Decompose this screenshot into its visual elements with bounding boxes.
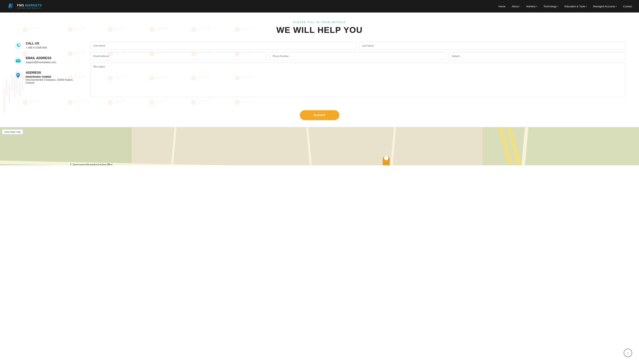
nav-link-technology[interactable]: Technology ▾	[544, 5, 558, 8]
pin-icon	[14, 71, 22, 79]
nav-item-technology[interactable]: Technology ▾	[544, 5, 558, 8]
info-panel: CALL US + 358 9 31587448 EMAIL ADDRESS s…	[14, 42, 80, 90]
messages-textarea[interactable]	[90, 62, 625, 97]
contact-email: EMAIL ADDRESS support@fmsmarkets.com	[14, 56, 80, 65]
form-row-contact	[90, 52, 625, 60]
nav-item-education[interactable]: Education & Tools ▾	[564, 5, 587, 8]
nav-link-education[interactable]: Education & Tools ▾	[564, 5, 587, 8]
email-value: support@fmsmarkets.com	[26, 61, 56, 64]
address-building: PANORAMA TOWER	[26, 75, 80, 78]
chevron-down-icon: ▾	[616, 6, 617, 7]
svg-point-36	[384, 156, 388, 160]
submit-area: Submit	[0, 107, 639, 127]
phone-icon	[14, 42, 22, 50]
logo-markets: MARKETS	[25, 4, 42, 7]
view-larger-map-link[interactable]: View larger map	[2, 129, 23, 134]
map-roads: Linnatullinkatu Linnanrakentajainsilta B…	[0, 127, 639, 165]
email-info: EMAIL ADDRESS support@fmsmarkets.com	[26, 56, 56, 64]
logo-fms: FMS	[17, 4, 24, 7]
contact-address: ADDRESS PANORAMA TOWER Hevosenkenkä 3 ka…	[14, 71, 80, 84]
first-name-input[interactable]	[90, 42, 356, 50]
contact-call: CALL US + 358 9 31587448	[14, 42, 80, 50]
address-label: ADDRESS	[26, 71, 80, 74]
phone-input[interactable]	[270, 52, 446, 60]
nav-link-markets[interactable]: Markets ▾	[526, 5, 537, 8]
logo[interactable]: FMS MARKETS FORGING NEW MARKETS	[7, 2, 42, 10]
email-icon-wrap	[14, 56, 22, 65]
nav-link-home[interactable]: Home	[498, 5, 505, 8]
form-row-name	[90, 42, 625, 50]
address-value: Hevosenkenkä 3 katutaso, 02600 Espoo, Fi…	[26, 78, 80, 84]
nav-links-list: Home About ▾ Markets ▾ Technology ▾ Educ…	[498, 5, 632, 8]
logo-text: FMS MARKETS FORGING NEW MARKETS	[17, 4, 42, 9]
logo-subtitle: FORGING NEW MARKETS	[17, 7, 42, 9]
map-background: Linnatullinkatu Linnanrakentajainsilta B…	[0, 127, 639, 165]
navigation: FMS MARKETS FORGING NEW MARKETS Home Abo…	[0, 0, 639, 12]
chevron-down-icon: ▾	[519, 6, 520, 7]
nav-item-home[interactable]: Home	[498, 5, 505, 8]
main-content: ©WikiFX©WikiFX©WikiFX©WikiFX©WikiFX©Wiki…	[0, 12, 639, 127]
form-row-message	[90, 62, 625, 97]
content-area: CALL US + 358 9 31587448 EMAIL ADDRESS s…	[0, 38, 639, 107]
nav-item-markets[interactable]: Markets ▾	[526, 5, 537, 8]
call-value: + 358 9 31587448	[26, 46, 47, 49]
email-label: EMAIL ADDRESS	[26, 56, 56, 60]
chevron-down-icon: ▾	[586, 6, 587, 7]
nav-link-managed[interactable]: Managed Accounts ▾	[593, 5, 617, 8]
contact-form	[90, 42, 625, 100]
page-header: PLEASE FILL IN YOUR DETAILS WE WILL HELP…	[0, 12, 639, 38]
page-title: WE WILL HELP YOU	[0, 25, 639, 35]
logo-icon	[7, 2, 15, 10]
logo-title: FMS MARKETS	[17, 4, 42, 7]
page-subtitle: PLEASE FILL IN YOUR DETAILS	[0, 21, 639, 24]
email-input[interactable]	[90, 52, 267, 60]
submit-button[interactable]: Submit	[300, 110, 339, 120]
address-info: ADDRESS PANORAMA TOWER Hevosenkenkä 3 ka…	[26, 71, 80, 84]
nav-item-managed[interactable]: Managed Accounts ▾	[593, 5, 617, 8]
svg-marker-2	[8, 5, 10, 8]
phone-icon-wrap	[14, 42, 22, 50]
map-area: Linnatullinkatu Linnanrakentajainsilta B…	[0, 127, 639, 165]
nav-item-contact[interactable]: Contact	[623, 5, 632, 8]
svg-point-18	[18, 74, 19, 76]
call-info: CALL US + 358 9 31587448	[26, 42, 47, 49]
svg-marker-1	[11, 3, 12, 9]
chevron-down-icon: ▾	[557, 6, 558, 7]
email-icon	[14, 57, 22, 64]
pin-icon-wrap	[14, 71, 22, 79]
call-label: CALL US	[26, 42, 47, 45]
nav-link-about[interactable]: About ▾	[512, 5, 520, 8]
nav-item-about[interactable]: About ▾	[512, 5, 520, 8]
last-name-input[interactable]	[359, 42, 625, 50]
svg-text:Linnanrakentajainsilta: Linnanrakentajainsilta	[70, 163, 113, 165]
chevron-down-icon: ▾	[536, 6, 537, 7]
subject-input[interactable]	[449, 52, 625, 60]
nav-link-contact[interactable]: Contact	[623, 5, 632, 8]
